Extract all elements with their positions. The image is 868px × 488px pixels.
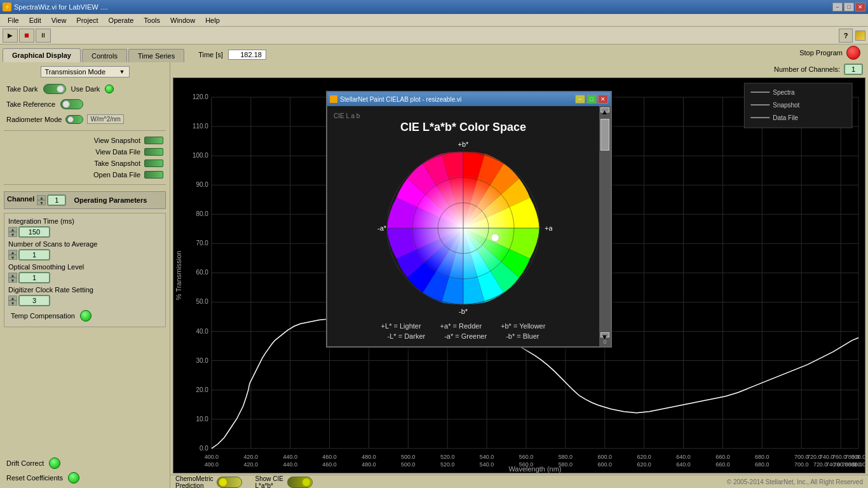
tab-graphical-display[interactable]: Graphical Display	[3, 48, 81, 62]
maximize-button[interactable]: □	[844, 3, 854, 11]
scrollbar-up-btn[interactable]: ▲	[600, 107, 609, 112]
integration-value[interactable]: 150	[18, 226, 50, 238]
svg-text:520.0: 520.0	[440, 461, 454, 468]
take-dark-toggle[interactable]	[43, 84, 66, 94]
menu-tools[interactable]: Tools	[139, 15, 165, 25]
chemometric-toggle[interactable]	[217, 477, 242, 488]
channel-value[interactable]: 1	[47, 194, 66, 206]
radiometer-unit: W/m^2/nm	[87, 114, 123, 124]
bottom-controls: Drift Correct Reset Coefficients	[4, 457, 166, 484]
smoothing-label: Optical Smoothing Level	[8, 263, 161, 271]
scans-down[interactable]: ▼	[8, 255, 17, 260]
integration-time-input: ▲ ▼ 150	[8, 226, 161, 238]
radiometer-toggle[interactable]	[65, 115, 83, 124]
take-dark-label: Take Dark	[6, 85, 38, 93]
view-snapshot-btn[interactable]	[144, 137, 163, 144]
tab-time-series[interactable]: Time Series	[128, 49, 184, 62]
channel-stepper[interactable]: ▲ ▼	[37, 195, 46, 205]
close-button[interactable]: ✕	[855, 3, 865, 11]
cie-scrollbar[interactable]: ▲ ▼ 0	[599, 106, 611, 346]
stop-program-control[interactable]: Stop Program	[799, 46, 865, 62]
svg-text:520.0: 520.0	[440, 454, 454, 460]
scans-up[interactable]: ▲	[8, 250, 17, 255]
cie-minimize-btn[interactable]: −	[575, 95, 585, 104]
stop-program-button[interactable]	[846, 46, 860, 60]
smoothing-stepper[interactable]: ▲ ▼	[8, 273, 17, 283]
scrollbar-down-btn[interactable]: ▼	[600, 332, 609, 337]
lv-icon	[855, 30, 865, 41]
smoothing-down[interactable]: ▼	[8, 278, 17, 283]
copyright-text: © 2005-2014 StellarNet, Inc., All Right …	[727, 478, 863, 485]
scrollbar-thumb[interactable]	[600, 119, 609, 151]
reset-coeff-led	[68, 472, 79, 484]
stop-button[interactable]: ⏹	[19, 29, 34, 43]
integration-stepper[interactable]: ▲ ▼	[8, 227, 17, 237]
take-dark-row: Take Dark Use Dark	[4, 83, 166, 95]
svg-text:660.0: 660.0	[715, 461, 729, 468]
reset-coeff-label: Reset Coefficients	[6, 474, 63, 482]
smoothing-input: ▲ ▼ 1	[8, 272, 161, 283]
svg-text:620.0: 620.0	[637, 454, 651, 460]
a-greener-label: -a* = Greener	[444, 332, 487, 340]
toolbar: ▶ ⏹ ⏸ ?	[0, 27, 868, 44]
view-snapshot-row: View Snapshot	[4, 136, 166, 145]
svg-text:440.0: 440.0	[283, 461, 297, 468]
digitizer-down[interactable]: ▼	[8, 301, 17, 306]
open-datafile-btn[interactable]	[144, 171, 163, 179]
svg-text:10.0: 10.0	[196, 416, 208, 423]
channel-down-btn[interactable]: ▼	[37, 200, 46, 205]
minimize-button[interactable]: −	[832, 3, 843, 11]
num-channels-value[interactable]: 1	[844, 64, 863, 75]
integration-up[interactable]: ▲	[8, 227, 17, 232]
app-icon: ⚡	[3, 3, 11, 11]
take-snapshot-btn[interactable]	[144, 159, 163, 167]
menu-help[interactable]: Help	[200, 15, 225, 25]
time-value: 182.18	[228, 50, 266, 60]
num-scans-input: ▲ ▼ 1	[8, 249, 161, 261]
menu-file[interactable]: File	[3, 15, 24, 25]
digitizer-input: ▲ ▼ 3	[8, 295, 161, 306]
svg-text:460.0: 460.0	[322, 461, 336, 468]
menu-window[interactable]: Window	[165, 15, 200, 25]
smoothing-value[interactable]: 1	[18, 272, 50, 283]
num-scans-row: Number of Scans to Average ▲ ▼ 1	[8, 240, 161, 261]
menu-project[interactable]: Project	[71, 15, 103, 25]
integration-down[interactable]: ▼	[8, 232, 17, 237]
cie-close-btn[interactable]: ✕	[598, 95, 608, 104]
svg-text:120.0: 120.0	[193, 93, 208, 100]
svg-text:100.0: 100.0	[193, 152, 208, 159]
run-arrow-button[interactable]: ▶	[3, 29, 18, 43]
cie-main-title: CIE L*a*b* Color Space	[400, 121, 526, 134]
scans-value[interactable]: 1	[18, 249, 50, 261]
scans-stepper[interactable]: ▲ ▼	[8, 250, 17, 260]
svg-text:50.0: 50.0	[196, 298, 208, 305]
digitizer-up[interactable]: ▲	[8, 295, 17, 301]
transmission-mode-dropdown[interactable]: Transmission Mode ▼	[41, 66, 130, 78]
digitizer-stepper[interactable]: ▲ ▼	[8, 295, 17, 306]
svg-text:640.0: 640.0	[676, 461, 690, 468]
radiometer-label: Radiometer Mode	[6, 116, 62, 123]
cie-maximize-btn[interactable]: □	[587, 95, 597, 104]
view-datafile-btn[interactable]	[144, 148, 163, 156]
digitizer-value[interactable]: 3	[18, 295, 50, 306]
take-reference-toggle[interactable]	[60, 99, 83, 109]
channel-display: Channel ▲ ▼ 1 Operating Parameters	[7, 194, 163, 206]
open-datafile-row: Open Data File	[4, 170, 166, 179]
svg-text:40.0: 40.0	[196, 328, 208, 335]
svg-text:-b*: -b*	[459, 308, 468, 315]
menu-view[interactable]: View	[46, 15, 72, 25]
time-label: Time [s]	[198, 51, 223, 58]
pause-button[interactable]: ⏸	[36, 29, 51, 43]
tab-controls[interactable]: Controls	[82, 49, 127, 62]
show-cie-toggle[interactable]	[287, 477, 313, 488]
drift-correct-led	[49, 458, 60, 469]
menu-operate[interactable]: Operate	[104, 15, 139, 25]
menu-edit[interactable]: Edit	[24, 15, 46, 25]
svg-text:500.0: 500.0	[401, 454, 415, 460]
color-wheel-svg: +b* -b* +a* -a*	[374, 139, 552, 317]
channel-up-btn[interactable]: ▲	[37, 195, 46, 200]
smoothing-up[interactable]: ▲	[8, 273, 17, 278]
help-button[interactable]: ?	[839, 29, 853, 43]
temp-comp-row: Temp Compensation	[8, 309, 161, 323]
scrollbar-value: 0	[603, 339, 606, 345]
